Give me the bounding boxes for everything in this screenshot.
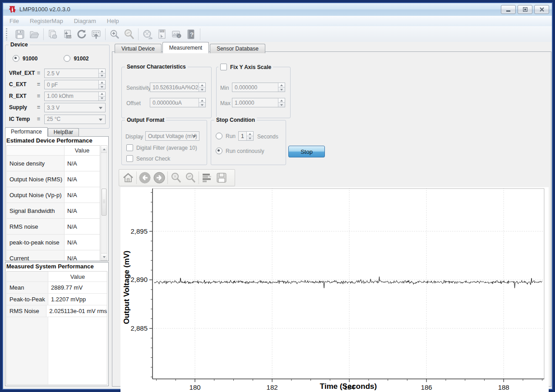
spinner-buttons[interactable] [98, 69, 105, 78]
menu-item-help[interactable]: Help [107, 18, 119, 24]
table-row: Peak-to-Peak1.2207 mVpp [7, 294, 107, 305]
zoom-in-icon[interactable] [109, 28, 120, 40]
sensitivity-label: Sensitivity [126, 85, 151, 91]
nav-save-icon[interactable] [214, 171, 229, 185]
seconds-label: Seconds [257, 134, 278, 140]
device-radio-91000[interactable]: 91000 [13, 55, 37, 62]
refresh-icon[interactable] [76, 28, 88, 40]
measured-performance-section: Measured System Performance ValueMean288… [5, 262, 109, 386]
tab-helpbar[interactable]: HelpBar [48, 128, 79, 137]
save-icon[interactable] [14, 28, 26, 40]
estimated-table-scrollbar[interactable] [101, 145, 107, 261]
nav-back-icon[interactable] [138, 171, 152, 185]
nav-zoom-rect-icon[interactable] [169, 171, 183, 185]
content-area: Device 9100091002 VRef_EXT=2.5 VC_EXT=0 … [3, 42, 552, 389]
supply-field[interactable]: 3.3 V [44, 103, 106, 112]
chart-figure: Output Voltage (mV) 1801821841861882,885… [120, 187, 549, 392]
output-format-label: Output Format [125, 117, 166, 123]
maximize-button[interactable] [518, 5, 532, 14]
sensor-characteristics-group: Sensor Characteristics Sensitivity 10.52… [121, 67, 212, 118]
chevron-down-icon [193, 135, 196, 138]
offset-label: Offset [126, 100, 141, 106]
sensor-check-checkbox[interactable] [126, 155, 133, 162]
app-window: LMP91000 v2.0.3.0 FileRegisterMapDiagram… [3, 3, 552, 389]
nav-zoom-out-icon[interactable] [183, 171, 198, 185]
zoom-out-icon[interactable] [123, 28, 135, 40]
scrollbar-thumb[interactable] [102, 189, 106, 216]
nav-home-icon[interactable] [121, 171, 135, 185]
max-label: Max [220, 100, 231, 106]
stop-button[interactable]: Stop [288, 146, 325, 157]
sensitivity-field[interactable]: 10.526316uA/%O2 [150, 83, 206, 92]
max-field[interactable]: 1.00000 [232, 98, 285, 107]
image-info-icon[interactable]: i [171, 28, 182, 40]
media-icon[interactable] [142, 28, 153, 40]
run-continuously-radio[interactable]: Run continously [216, 148, 264, 154]
table-row: peak-to-peak noiseN/A [7, 235, 100, 250]
run-seconds-spinner[interactable] [246, 132, 253, 140]
tab-measurement[interactable]: Measurement [162, 42, 209, 53]
measured-performance-title: Measured System Performance [5, 263, 108, 271]
nav-subplots-icon[interactable] [200, 171, 214, 185]
menu-item-file[interactable]: File [9, 18, 19, 24]
sensitivity-spinner[interactable] [199, 83, 205, 92]
table-row: Mean2889.77 mV [7, 282, 107, 294]
export-csv-icon[interactable]: CSV [61, 28, 73, 40]
tab-virtual-device[interactable]: Virtual Device [115, 44, 162, 53]
table-row: Output Noise (RMS)N/A [7, 171, 100, 187]
ic-temp-field[interactable]: 25 °C [44, 115, 106, 124]
device-groupbox: Device 9100091002 VRef_EXT=2.5 VC_EXT=0 … [5, 45, 110, 129]
nav-separator [167, 171, 168, 184]
offset-field[interactable]: 0.000000uA [150, 98, 206, 107]
spinner-buttons[interactable] [98, 80, 105, 89]
param-label: Supply [9, 104, 27, 111]
spinner-buttons[interactable] [98, 92, 105, 101]
table-header-row: Value [7, 146, 100, 156]
fix-y-axis-checkbox[interactable] [220, 64, 227, 70]
device-group-label: Device [9, 42, 30, 48]
digital-filter-checkbox[interactable] [126, 144, 133, 151]
stop-condition-group: Stop Condition Run 1 Seconds Run contino… [211, 120, 286, 165]
table-row: Signal BandwidthN/A [7, 203, 100, 219]
open-icon[interactable] [28, 28, 40, 40]
capture-icon[interactable] [90, 28, 102, 40]
table-row: Output Noise (Vp-p)N/A [7, 187, 100, 203]
tab-sensor-database[interactable]: Sensor Database [210, 44, 265, 53]
run-seconds-field[interactable]: 1 [238, 131, 254, 141]
param-row-c-ext: C_EXT=0 pF [9, 80, 106, 89]
close-button[interactable] [534, 5, 549, 14]
report-icon[interactable] [47, 28, 59, 40]
device-radio-91002[interactable]: 91002 [64, 55, 88, 62]
nav-forward-icon[interactable] [152, 171, 166, 185]
pdf-icon[interactable]: PDF [156, 28, 168, 40]
offset-spinner[interactable] [199, 98, 205, 107]
min-spinner[interactable] [278, 83, 285, 92]
scrollbar-up-arrow[interactable] [101, 146, 107, 153]
chevron-down-icon [99, 119, 102, 121]
help-icon[interactable]: ? [185, 28, 197, 40]
param-row-ic-temp: IC Temp=25 °C [9, 115, 106, 124]
vref-ext-field[interactable]: 2.5 V [44, 69, 106, 78]
min-field[interactable]: 0.000000 [232, 83, 285, 92]
menu-item-diagram[interactable]: Diagram [74, 18, 96, 24]
stop-condition-label: Stop Condition [214, 117, 257, 123]
menu-item-registermap[interactable]: RegisterMap [30, 18, 63, 24]
run-radio[interactable]: Run [216, 133, 236, 139]
scrollbar-down-arrow[interactable] [101, 253, 107, 260]
svg-text:i: i [179, 34, 180, 38]
sensor-check-row: Sensor Check [126, 155, 170, 162]
svg-text:?: ? [190, 31, 194, 38]
table-header-row: Value [7, 272, 107, 282]
table-empty-area [7, 317, 107, 384]
tab-performance[interactable]: Performance [5, 127, 48, 137]
measurement-panel: Sensor Characteristics Sensitivity 10.52… [112, 42, 551, 387]
svg-text:PDF: PDF [160, 30, 164, 32]
menu-bar: FileRegisterMapDiagramHelp [3, 16, 552, 27]
display-dropdown[interactable]: Output Voltage (mV) [145, 131, 199, 141]
table-row: Noise densityN/A [7, 156, 100, 171]
r-ext-field[interactable]: 1.00 kOhm [44, 92, 106, 101]
max-spinner[interactable] [278, 98, 285, 107]
minimize-button[interactable] [501, 5, 516, 14]
c-ext-field[interactable]: 0 pF [44, 80, 106, 89]
toolbar-grip[interactable] [6, 28, 7, 40]
